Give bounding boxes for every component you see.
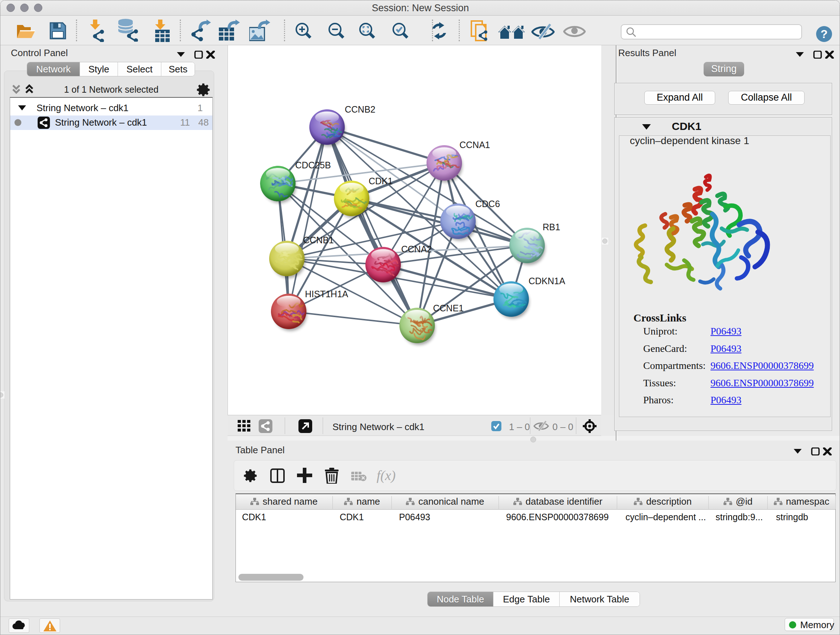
svg-text:CCNA1: CCNA1	[459, 140, 490, 150]
svg-text:CDC25B: CDC25B	[295, 160, 331, 170]
svg-text:CCNE1: CCNE1	[433, 303, 464, 313]
svg-text:CCNA2: CCNA2	[401, 244, 432, 254]
svg-text:CCNB2: CCNB2	[345, 104, 376, 114]
svg-text:CCNB1: CCNB1	[303, 235, 334, 245]
svg-text:?: ?	[821, 27, 828, 41]
svg-text:CDC6: CDC6	[475, 199, 500, 209]
svg-text:CDK1: CDK1	[369, 176, 393, 186]
svg-text:RB1: RB1	[543, 222, 561, 232]
svg-text:CDKN1A: CDKN1A	[529, 276, 565, 286]
svg-text:HIST1H1A: HIST1H1A	[305, 289, 348, 299]
